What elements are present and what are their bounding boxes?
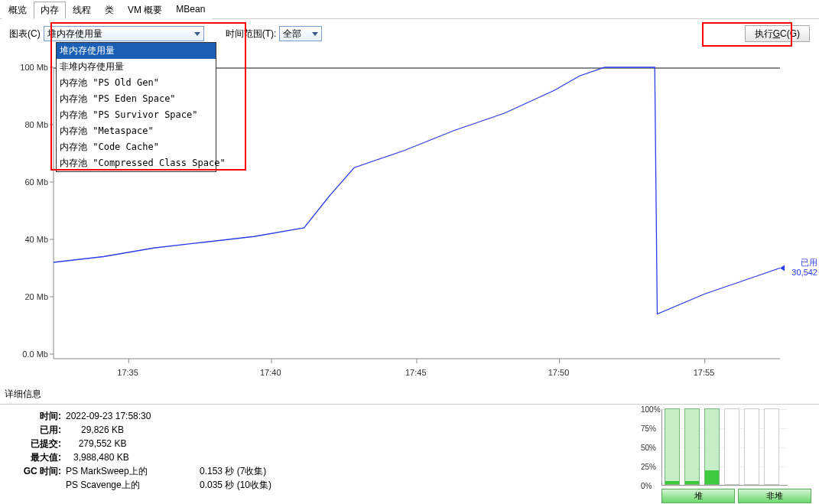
mini-bar[interactable] <box>704 408 720 485</box>
heap-mini-chart-wrap: 100%75%50%25%0% 堆 非堆 <box>661 409 819 503</box>
mini-y-tick: 25% <box>641 463 656 471</box>
x-tick-label: 17:40 <box>260 368 281 377</box>
nonheap-button[interactable]: 非堆 <box>738 489 811 503</box>
detail-row: 最大值: 3,988,480 KB <box>15 450 661 464</box>
y-tick-label: 100 Mb <box>20 63 48 72</box>
gc-row: PS Scavenge上的0.035 秒 (10收集) <box>15 478 661 492</box>
time-range-label: 时间范围(T): <box>226 28 277 41</box>
mini-bar[interactable] <box>665 408 680 485</box>
dropdown-option[interactable]: 内存池 "PS Eden Space" <box>57 91 216 107</box>
dropdown-option[interactable]: 内存池 "Compressed Class Space" <box>57 155 216 171</box>
tab-bar: 概览 内存 线程 类 VM 概要 MBean <box>0 0 819 19</box>
mini-y-tick: 100% <box>641 405 661 414</box>
dropdown-option[interactable]: 非堆内存使用量 <box>57 59 216 75</box>
chart-select[interactable]: 堆内存使用量 <box>44 26 204 41</box>
details-header: 详细信息 <box>0 385 819 404</box>
y-tick-label: 40 Mb <box>24 235 48 244</box>
mini-bar[interactable] <box>684 408 700 485</box>
dropdown-option[interactable]: 堆内存使用量 <box>57 43 216 59</box>
detail-row: 已用: 29,826 KB <box>15 423 661 437</box>
details-panel: 时间:2022-09-23 17:58:30已用: 29,826 KB已提交: … <box>0 404 819 504</box>
tab-overview[interactable]: 概览 <box>2 2 34 19</box>
detail-row: 时间:2022-09-23 17:58:30 <box>15 409 661 423</box>
tab-memory[interactable]: 内存 <box>34 2 66 19</box>
mini-y-tick: 75% <box>641 424 656 433</box>
y-tick-label: 20 Mb <box>24 292 48 301</box>
gc-row: GC 时间:PS MarkSweep上的0.153 秒 (7收集) <box>15 464 661 478</box>
toolbar: 图表(C) 堆内存使用量 时间范围(T): 全部 执行 GC(G) 堆内存使用量… <box>0 19 819 48</box>
dropdown-option[interactable]: 内存池 "PS Old Gen" <box>57 75 216 91</box>
heap-button[interactable]: 堆 <box>661 489 735 503</box>
chart-label: 图表(C) <box>9 28 41 41</box>
mini-y-tick: 50% <box>641 444 656 452</box>
mini-bar[interactable] <box>724 408 739 485</box>
time-range-value: 全部 <box>283 28 301 41</box>
x-tick-label: 17:55 <box>694 368 715 377</box>
mini-bar[interactable] <box>764 408 779 485</box>
y-tick-label: 0.0 Mb <box>22 350 48 359</box>
details-text: 时间:2022-09-23 17:58:30已用: 29,826 KB已提交: … <box>15 409 661 503</box>
y-tick-label: 60 Mb <box>24 177 48 187</box>
time-range-select[interactable]: 全部 <box>279 26 322 41</box>
detail-row: 已提交: 279,552 KB <box>15 437 661 450</box>
chart-select-value: 堆内存使用量 <box>47 28 102 41</box>
mini-bar[interactable] <box>744 408 759 485</box>
y-tick-label: 80 Mb <box>24 120 48 129</box>
chart-select-dropdown[interactable]: 堆内存使用量非堆内存使用量内存池 "PS Old Gen"内存池 "PS Ede… <box>56 42 216 172</box>
chevron-down-icon <box>312 32 318 36</box>
x-tick-label: 17:50 <box>548 368 570 377</box>
tab-mbean[interactable]: MBean <box>169 2 212 19</box>
heap-mini-chart: 100%75%50%25%0% <box>661 409 788 486</box>
perform-gc-button[interactable]: 执行 GC(G) <box>745 25 810 42</box>
chevron-down-icon <box>194 32 200 36</box>
mini-y-tick: 0% <box>641 482 652 490</box>
tab-threads[interactable]: 线程 <box>66 2 98 19</box>
dropdown-option[interactable]: 内存池 "Code Cache" <box>57 139 216 155</box>
tab-classes[interactable]: 类 <box>98 2 121 19</box>
dropdown-option[interactable]: 内存池 "PS Survivor Space" <box>57 107 216 123</box>
chart-series-annotation: 已用 30,542 <box>791 258 817 278</box>
dropdown-option[interactable]: 内存池 "Metaspace" <box>57 123 216 139</box>
tab-vm-summary[interactable]: VM 概要 <box>121 2 169 19</box>
x-tick-label: 17:35 <box>117 368 138 377</box>
x-tick-label: 17:45 <box>405 368 427 377</box>
